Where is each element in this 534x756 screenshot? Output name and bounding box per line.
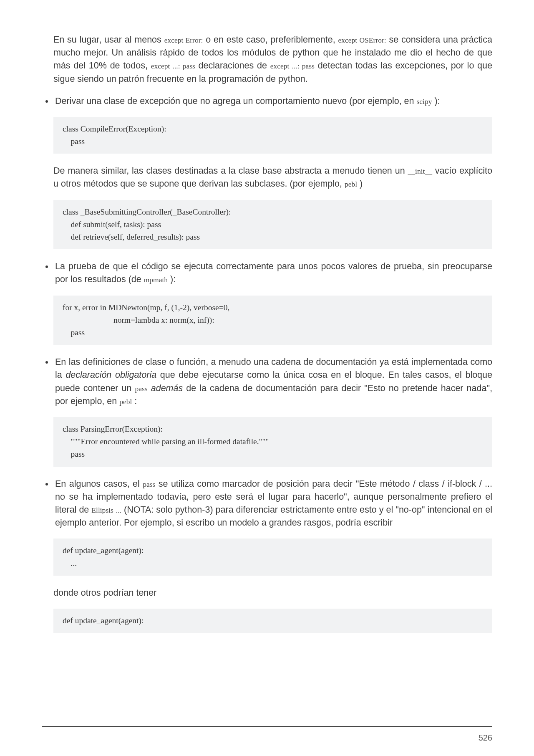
document-body: En su lugar, usar al menos except Error:… (42, 33, 492, 633)
code-except-error: except Error: (164, 36, 203, 44)
code-mpmath: mpmath (144, 276, 168, 284)
text: ): (432, 96, 440, 106)
em-mandatory-statement: declaración obligatoria (65, 370, 156, 380)
code-except-oserror: except OSError: (338, 36, 386, 44)
paragraph-others-have: donde otros podrían tener (53, 587, 492, 599)
text: o en este caso, preferiblemente, (203, 35, 338, 45)
text: : (132, 396, 137, 406)
text (148, 383, 151, 393)
text: De manera similar, las clases destinadas… (53, 166, 408, 176)
code-except-pass-2: except ...: pass (270, 62, 315, 70)
code-block-update-agent-empty: def update_agent(agent): (53, 609, 492, 633)
footer-divider (42, 726, 492, 727)
text: La prueba de que el código se ejecuta co… (55, 261, 492, 284)
code-block-mdnewton: for x, error in MDNewton(mp, f, (1,-2), … (53, 296, 492, 345)
page-number: 526 (479, 733, 492, 743)
bullet-item-derive-class: Derivar una clase de excepción que no ag… (53, 95, 492, 108)
code-pass: pass (135, 384, 148, 393)
text: En su lugar, usar al menos (53, 35, 164, 45)
bullet-item-docstring: En las definiciones de clase o función, … (53, 356, 492, 408)
paragraph-abstract-base: De manera similar, las clases destinadas… (53, 164, 492, 190)
code-block-update-agent-ellipsis: def update_agent(agent): ... (53, 539, 492, 575)
code-block-base-controller: class _BaseSubmittingController(_BaseCon… (53, 200, 492, 250)
code-block-compile-error: class CompileError(Exception): pass (53, 117, 492, 154)
code-pebl-2: pebl (119, 397, 132, 406)
text: Derivar una clase de excepción que no ag… (55, 96, 417, 106)
intro-paragraph: En su lugar, usar al menos except Error:… (53, 33, 492, 86)
code-scipy: scipy (417, 97, 432, 106)
bullet-item-test-code: La prueba de que el código se ejecuta co… (53, 260, 492, 286)
code-except-pass: except ...: pass (151, 62, 195, 70)
em-addition: además (151, 383, 183, 393)
text: En algunos casos, el (55, 479, 143, 489)
code-pass-2: pass (143, 480, 155, 488)
code-pebl: pebl (345, 180, 357, 188)
code-ellipsis-dots: ... (116, 506, 121, 514)
code-init: __init__ (408, 167, 432, 175)
bullet-item-placeholder: En algunos casos, el pass se utiliza com… (53, 478, 492, 530)
text: ): (168, 274, 176, 284)
code-block-parsing-error: class ParsingError(Exception): """Error … (53, 417, 492, 467)
text: declaraciones de (195, 61, 270, 71)
code-ellipsis-word: Ellipsis (91, 506, 113, 514)
text: ) (357, 179, 363, 189)
